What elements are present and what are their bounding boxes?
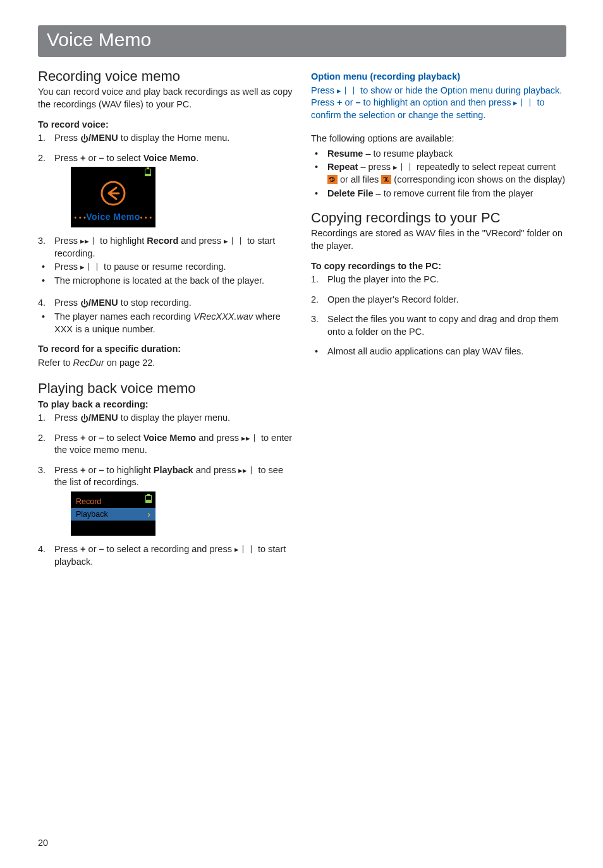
playback-step-1: 1. Press ⏻/MENU to display the player me…: [38, 412, 293, 425]
refer-text: on page 22.: [104, 358, 155, 368]
step-text: Open the player's Record folder.: [327, 294, 459, 304]
option-text: or all files: [338, 174, 381, 184]
plus-key: +: [337, 97, 342, 107]
list-item-label: Playback: [76, 509, 108, 519]
playback-steps: 1. Press ⏻/MENU to display the player me…: [38, 412, 293, 568]
step-text: Press: [54, 544, 80, 554]
label-specific-duration: To record for a specific duration:: [38, 343, 293, 356]
play-pause-icon: ▸〡〡: [393, 162, 414, 173]
chevron-right-icon: ›: [147, 509, 150, 519]
option-text: – to remove current file from the player: [374, 188, 533, 198]
step-number: 1.: [38, 132, 46, 145]
step-text: to display the player menu.: [118, 413, 230, 423]
option-delete: Delete File – to remove current file fro…: [311, 188, 566, 200]
refer-text: Refer to: [38, 358, 73, 368]
battery-icon: [145, 167, 151, 176]
step-number: 4.: [38, 297, 46, 310]
step-text: Press: [54, 433, 80, 443]
step-number: 2.: [311, 294, 319, 306]
playback-step-3: 3. Press + or – to highlight Playback an…: [38, 464, 293, 536]
list-item-record: Record: [71, 495, 155, 508]
playback-list-figure: Record Playback ›: [71, 491, 155, 536]
step-text: Press: [54, 465, 80, 475]
minus-key: –: [99, 465, 104, 475]
option-text: (corresponding icon shows on the display…: [391, 174, 565, 184]
record-step-4: 4. Press ⏻/MENU to stop recording.: [38, 297, 293, 310]
record-step-1: 1. Press ⏻/MENU to display the Home menu…: [38, 132, 293, 145]
label-to-record-voice: To record voice:: [38, 119, 293, 131]
option-menu-desc: Press ▸〡〡 to show or hide the Option men…: [311, 85, 566, 122]
play-pause-icon: ▸〡〡: [337, 85, 358, 97]
desc-text: to highlight an option and then press: [361, 97, 514, 107]
note-text: Press: [54, 262, 80, 272]
play-pause-icon: ▸〡〡: [513, 97, 534, 109]
option-repeat: Repeat – press ▸〡〡 repeatedly to select …: [311, 161, 566, 186]
step-text: to highlight: [104, 465, 154, 475]
option-name: Repeat: [327, 162, 358, 172]
copy-step-1: 1. Plug the player into the PC.: [311, 274, 566, 286]
menu-bold: /MENU: [88, 413, 118, 423]
step-text: to highlight: [97, 236, 147, 246]
record-steps: 1. Press ⏻/MENU to display the Home menu…: [38, 132, 293, 260]
menu-bold: /MENU: [88, 298, 118, 308]
page-number: 20: [38, 838, 48, 848]
step-number: 2.: [38, 432, 46, 445]
fast-forward-icon: ▸▸〡: [241, 433, 259, 444]
note-pause: Press ▸〡〡 to pause or resume recording.: [38, 261, 293, 274]
repeat-one-icon: 1: [327, 175, 338, 184]
recdur-italic: RecDur: [73, 358, 104, 368]
battery-icon: [145, 494, 152, 503]
plus-key: +: [80, 544, 85, 554]
plus-key: +: [80, 465, 85, 475]
record-bold: Record: [147, 236, 178, 246]
step-text: Press: [54, 133, 80, 143]
option-resume: Resume – to resume playback: [311, 148, 566, 160]
step-number: 2.: [38, 152, 46, 165]
option-text: – press: [358, 162, 393, 172]
heading-recording: Recording voice memo: [38, 68, 293, 85]
step-text: and press: [193, 465, 239, 475]
step-number: 3.: [38, 235, 46, 248]
minus-key: –: [99, 544, 104, 554]
label-to-copy: To copy recordings to the PC:: [311, 260, 566, 273]
note-microphone: The microphone is located at the back of…: [38, 275, 293, 287]
copy-notes: Almost all audio applications can play W…: [311, 346, 566, 358]
record-steps-cont: 4. Press ⏻/MENU to stop recording.: [38, 297, 293, 310]
copy-steps: 1. Plug the player into the PC. 2. Open …: [311, 274, 566, 338]
following-options: The following options are available:: [311, 133, 566, 145]
label-option-menu: Option menu (recording playback): [311, 71, 566, 83]
record-step-2: 2. Press + or – to select Voice Memo.: [38, 152, 293, 228]
home-screen-figure: • • •Voice Memo• • •: [71, 167, 155, 227]
step-text: and press: [178, 236, 224, 246]
plus-key: +: [80, 433, 85, 443]
step-text: to display the Home menu.: [118, 133, 230, 143]
step-text: or: [86, 465, 99, 475]
option-text: repeatedly to select repeat current: [414, 162, 556, 172]
play-pause-icon: ▸〡〡: [234, 544, 255, 555]
minus-key: –: [99, 153, 104, 163]
power-icon: ⏻: [80, 298, 88, 310]
minus-key: –: [99, 433, 104, 443]
menu-bold: /MENU: [88, 133, 118, 143]
page-title-bar: Voice Memo: [38, 25, 566, 57]
copy-step-3: 3. Select the files you want to copy and…: [311, 313, 566, 338]
note-text: The player names each recording: [54, 311, 193, 322]
record-notes: Press ▸〡〡 to pause or resume recording. …: [38, 261, 293, 287]
desc-text: or: [343, 97, 356, 107]
power-icon: ⏻: [80, 413, 88, 425]
note-filename: The player names each recording VRecXXX.…: [38, 311, 293, 335]
repeat-all-icon: [381, 175, 391, 184]
step-number: 3.: [311, 313, 319, 326]
intro-recording: You can record voice and play back recor…: [38, 86, 293, 111]
step-text: or: [86, 544, 99, 554]
playback-step-4: 4. Press + or – to select a recording an…: [38, 543, 293, 568]
step-text: Press: [54, 298, 80, 308]
copy-step-2: 2. Open the player's Record folder.: [311, 294, 566, 306]
home-screen-label: • • •Voice Memo• • •: [71, 211, 155, 223]
note-text: to pause or resume recording.: [101, 262, 226, 272]
record-step-3: 3. Press ▸▸〡 to highlight Record and pre…: [38, 235, 293, 260]
step-text: .: [196, 153, 198, 163]
plus-key: +: [80, 153, 85, 163]
content-columns: Recording voice memo You can record voic…: [38, 68, 566, 576]
step-text: to select: [104, 433, 143, 443]
